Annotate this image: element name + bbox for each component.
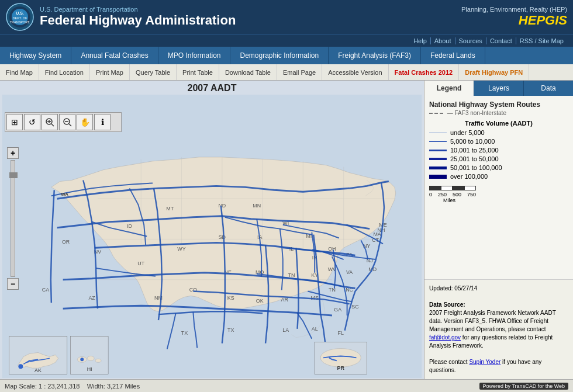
tool-zoom-out[interactable] <box>59 114 75 130</box>
transcad-logo: Powered by TransCAD for the Web <box>479 383 568 390</box>
svg-text:VA: VA <box>346 269 353 275</box>
right-panel: Legend Layers Data National Highway Syst… <box>424 81 573 379</box>
zoom-minus-btn[interactable]: − <box>7 278 19 290</box>
dot-logo: U.S. DEPT. OF TRANSPORT. <box>6 3 34 31</box>
nav-demographic[interactable]: Demographic Information <box>230 47 329 64</box>
svg-text:ID: ID <box>127 223 132 229</box>
toolbar: Find Map Find Location Print Map Query T… <box>0 64 573 81</box>
faf-email-link[interactable]: faf@dot.gov <box>429 334 461 341</box>
tool-zoom-in[interactable] <box>42 114 58 130</box>
svg-text:TX: TX <box>181 330 188 336</box>
nav-freight[interactable]: Freight Analysis (FAF3) <box>329 47 421 64</box>
nav-mpo[interactable]: MPO Information <box>158 47 231 64</box>
svg-text:KS: KS <box>227 295 234 301</box>
svg-line-11 <box>69 124 71 126</box>
legend-color-4 <box>429 166 447 169</box>
legend-item-4: 50,001 to 100,000 <box>429 164 568 171</box>
svg-text:AR: AR <box>281 297 289 303</box>
svg-text:LA: LA <box>282 327 289 333</box>
svg-text:SD: SD <box>219 234 226 240</box>
hepgis-label: HEPGIS <box>461 13 567 28</box>
legend-item-3: 25,001 to 50,000 <box>429 155 568 162</box>
svg-text:TX: TX <box>227 327 234 333</box>
legend-title: National Highway System Routes <box>429 100 568 109</box>
agency-name: U.S. Department of Transportation <box>40 6 461 13</box>
svg-text:FL: FL <box>338 330 344 336</box>
svg-text:DEPT. OF: DEPT. OF <box>13 16 27 20</box>
data-source-label: Data Source: <box>429 301 465 308</box>
download-table-btn[interactable]: Download Table <box>219 64 277 80</box>
zoom-track[interactable] <box>11 160 15 277</box>
tool-pan[interactable]: ✋ <box>77 114 93 130</box>
svg-text:AZ: AZ <box>88 295 95 301</box>
map-canvas[interactable]: ⊞ ↺ ✋ ℹ + − <box>0 95 424 378</box>
sources-link[interactable]: Sources <box>455 37 486 44</box>
zoom-slider: + − <box>7 147 19 290</box>
find-location-btn[interactable]: Find Location <box>39 64 90 80</box>
legend-color-2 <box>429 150 447 151</box>
legend-label-0: under 5,000 <box>450 129 485 136</box>
legend-item-1: 5,000 to 10,000 <box>429 138 568 145</box>
tab-legend[interactable]: Legend <box>424 81 474 96</box>
svg-text:WA: WA <box>61 192 68 197</box>
header-right: Planning, Environment, Realty (HEP) HEPG… <box>461 6 567 28</box>
svg-point-77 <box>18 364 23 369</box>
about-link[interactable]: About <box>431 37 455 44</box>
svg-line-7 <box>51 124 54 126</box>
svg-point-82 <box>95 359 101 362</box>
svg-text:OH: OH <box>328 246 336 252</box>
legend-label-2: 10,001 to 25,000 <box>450 147 499 154</box>
contact-link[interactable]: Contact <box>486 37 516 44</box>
tool-reset[interactable]: ↺ <box>24 114 40 130</box>
contact-person-link[interactable]: Supin Yoder <box>469 359 500 365</box>
scale-unit: Miles <box>443 197 568 203</box>
svg-text:MN: MN <box>253 203 261 209</box>
svg-text:HI: HI <box>87 366 92 372</box>
nav-fatal-crashes[interactable]: Annual Fatal Crashes <box>71 47 158 64</box>
find-map-btn[interactable]: Find Map <box>0 64 39 80</box>
tool-info[interactable]: ℹ <box>94 114 111 130</box>
print-map-btn[interactable]: Print Map <box>90 64 130 80</box>
legend-item-2: 10,001 to 25,000 <box>429 147 568 154</box>
svg-text:TRANSPORT.: TRANSPORT. <box>10 20 30 24</box>
print-table-btn[interactable]: Print Table <box>177 64 219 80</box>
legend-color-3 <box>429 158 447 160</box>
rss-link[interactable]: RSS / Site Map <box>516 37 567 44</box>
accessible-version-btn[interactable]: Accessible Version <box>322 64 388 80</box>
updated-label: Updated: 05/27/14 <box>429 285 568 293</box>
legend-color-1 <box>429 141 447 142</box>
usa-map-svg: OR CA NV AZ ID UT NM MT WY CO ND SD NE K… <box>0 95 424 378</box>
tab-data[interactable]: Data <box>524 81 573 96</box>
contact-prefix: Please contact <box>429 359 469 365</box>
panel-tabs: Legend Layers Data <box>424 81 573 96</box>
top-links-bar: Help About Sources Contact RSS / Site Ma… <box>0 34 573 47</box>
nav-federal-lands[interactable]: Federal Lands <box>421 47 485 64</box>
svg-text:UT: UT <box>137 261 144 266</box>
legend-label-1: 5,000 to 10,000 <box>450 138 495 145</box>
svg-text:TN: TN <box>288 272 295 278</box>
svg-point-83 <box>80 358 84 361</box>
tool-overview[interactable]: ⊞ <box>6 114 23 130</box>
org-name: Federal Highway Administration <box>40 13 461 28</box>
traffic-volume-title: Traffic Volume (AADT) <box>429 120 568 127</box>
scale-labels: 0250500750 <box>429 192 476 197</box>
fatal-crashes-link[interactable]: Fatal Crashes 2012 <box>389 64 460 80</box>
map-tools-panel: ⊞ ↺ ✋ ℹ <box>5 112 122 132</box>
nav-highway-system[interactable]: Highway System <box>0 47 71 64</box>
draft-highway-btn[interactable]: Draft Highway PFN <box>459 64 529 80</box>
svg-text:AL: AL <box>312 326 318 332</box>
help-link[interactable]: Help <box>410 37 431 44</box>
svg-point-81 <box>87 356 94 360</box>
legend-content: National Highway System Routes — FAF3 no… <box>424 96 573 279</box>
legend-subtitle: — FAF3 non-Interstate <box>429 110 568 116</box>
tab-layers[interactable]: Layers <box>474 81 524 96</box>
scale-ruler-area: 0250500750 Miles <box>429 186 568 203</box>
zoom-plus-btn[interactable]: + <box>7 147 19 159</box>
svg-text:WY: WY <box>177 246 185 252</box>
query-table-btn[interactable]: Query Table <box>130 64 177 80</box>
legend-item-0: under 5,000 <box>429 129 568 136</box>
svg-text:SC: SC <box>351 304 359 310</box>
legend-item-5: over 100,000 <box>429 173 568 180</box>
email-page-btn[interactable]: Email Page <box>277 64 322 80</box>
zoom-thumb[interactable] <box>9 172 18 178</box>
